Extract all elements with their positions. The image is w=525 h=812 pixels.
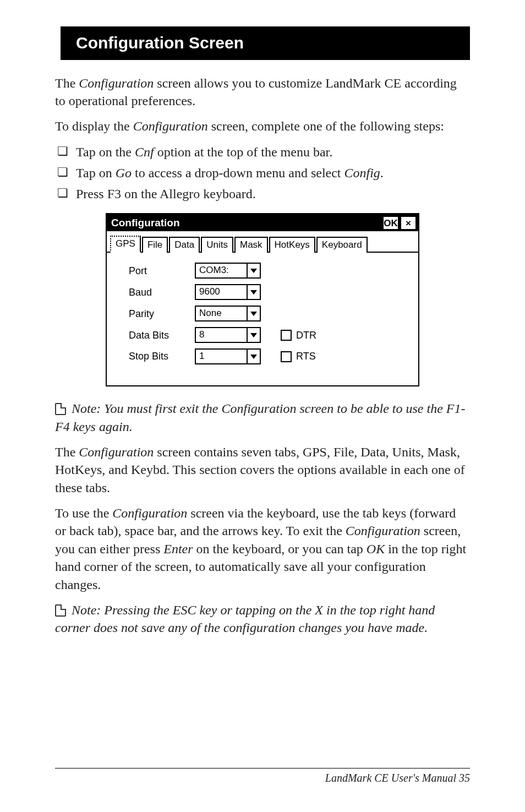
chevron-down-icon[interactable]	[247, 350, 260, 363]
term-configuration: Configuration	[79, 445, 154, 459]
intro-paragraph-2: To display the Configuration screen, com…	[55, 117, 470, 135]
databits-value: 8	[196, 328, 247, 342]
term-config: Config	[344, 166, 380, 180]
chevron-down-icon[interactable]	[247, 264, 260, 277]
text: Tap on	[76, 166, 116, 180]
term-configuration: Configuration	[112, 506, 187, 520]
databits-select[interactable]: 8	[195, 327, 261, 343]
gps-tab-body: Port COM3: Baud 9600 Parity	[107, 253, 418, 385]
svg-marker-1	[250, 290, 257, 295]
chevron-down-icon[interactable]	[247, 307, 260, 320]
note-2: Note: Pressing the ESC key or tapping on…	[55, 601, 470, 637]
steps-list: Tap on the Cnf option at the top of the …	[57, 143, 470, 203]
list-item: Tap on Go to access a drop-down menu and…	[57, 164, 470, 182]
stopbits-select[interactable]: 1	[195, 348, 261, 364]
port-value: COM3:	[196, 264, 247, 277]
note-1: Note: You must first exit the Configurat…	[55, 400, 470, 435]
embedded-screenshot: Configuration OK × GPS File Data Units M…	[55, 213, 470, 386]
tab-file[interactable]: File	[142, 237, 168, 253]
row-databits: Data Bits 8 DTR	[129, 327, 408, 343]
text: on the keyboard, or you can tap	[193, 542, 367, 556]
text: To display the	[55, 119, 133, 133]
stopbits-value: 1	[196, 350, 247, 363]
svg-marker-4	[250, 355, 257, 359]
chevron-down-icon[interactable]	[247, 285, 260, 299]
tab-gps[interactable]: GPS	[110, 236, 141, 253]
note-text: Note: You must first exit the Configurat…	[55, 401, 466, 433]
intro-paragraph-1: The Configuration screen allows you to c…	[55, 74, 470, 110]
text: The	[55, 445, 79, 459]
text: Tap on the	[76, 145, 135, 159]
note-icon	[55, 403, 66, 415]
paragraph-keyboard: To use the Configuration screen via the …	[55, 504, 470, 593]
window-title: Configuration	[111, 216, 180, 230]
parity-select[interactable]: None	[195, 306, 261, 321]
tab-keyboard[interactable]: Keyboard	[316, 237, 368, 253]
footer-text: LandMark CE User's Manual 35	[325, 772, 470, 784]
rts-label: RTS	[296, 350, 316, 363]
tab-mask[interactable]: Mask	[234, 237, 268, 253]
baud-value: 9600	[196, 285, 247, 299]
label-baud: Baud	[129, 286, 195, 299]
svg-marker-3	[250, 333, 257, 337]
tab-data[interactable]: Data	[169, 237, 200, 253]
dtr-checkbox[interactable]: DTR	[281, 329, 316, 342]
text: to access a drop-down menu and select	[132, 166, 344, 180]
term-ok: OK	[367, 542, 385, 556]
text: screen, complete one of the following st…	[208, 119, 444, 133]
svg-marker-0	[250, 269, 257, 273]
tab-units[interactable]: Units	[201, 237, 233, 253]
list-item: Tap on the Cnf option at the top of the …	[57, 143, 470, 161]
text: .	[380, 166, 384, 180]
parity-value: None	[196, 307, 247, 320]
baud-select[interactable]: 9600	[195, 284, 261, 300]
label-databits: Data Bits	[129, 329, 195, 342]
list-item: Press F3 on the Allegro keyboard.	[57, 185, 470, 203]
term-configuration: Configuration	[79, 76, 154, 90]
row-port: Port COM3:	[129, 263, 408, 279]
dtr-label: DTR	[296, 329, 316, 342]
term-configuration: Configuration	[346, 524, 420, 538]
row-stopbits: Stop Bits 1 RTS	[129, 348, 408, 364]
text: To use the	[55, 506, 112, 520]
chevron-down-icon[interactable]	[247, 328, 260, 342]
note-text: Note: Pressing the ESC key or tapping on…	[55, 603, 435, 635]
rts-checkbox[interactable]: RTS	[281, 350, 316, 363]
row-baud: Baud 9600	[129, 284, 408, 300]
term-cnf: Cnf	[135, 145, 154, 159]
text: option at the top of the menu bar.	[154, 145, 333, 159]
checkbox-box	[281, 351, 292, 362]
term-enter: Enter	[163, 542, 193, 556]
section-heading: Configuration Screen	[61, 26, 470, 60]
window-titlebar: Configuration OK ×	[107, 214, 418, 232]
port-select[interactable]: COM3:	[195, 263, 261, 279]
page-footer: LandMark CE User's Manual 35	[55, 768, 470, 786]
label-stopbits: Stop Bits	[129, 350, 195, 363]
term-configuration: Configuration	[133, 119, 208, 133]
label-parity: Parity	[129, 307, 195, 320]
tab-hotkeys[interactable]: HotKeys	[269, 237, 315, 253]
label-port: Port	[129, 264, 195, 277]
close-button[interactable]: ×	[401, 216, 416, 230]
term-go: Go	[116, 166, 132, 180]
svg-marker-2	[250, 312, 257, 316]
paragraph-tabs: The Configuration screen contains seven …	[55, 443, 470, 497]
checkbox-box	[281, 330, 292, 341]
row-parity: Parity None	[129, 306, 408, 321]
configuration-window: Configuration OK × GPS File Data Units M…	[106, 213, 419, 386]
text: The	[55, 76, 79, 90]
ok-button[interactable]: OK	[383, 216, 398, 230]
note-icon	[55, 604, 66, 617]
tab-strip: GPS File Data Units Mask HotKeys Keyboar…	[107, 231, 418, 253]
